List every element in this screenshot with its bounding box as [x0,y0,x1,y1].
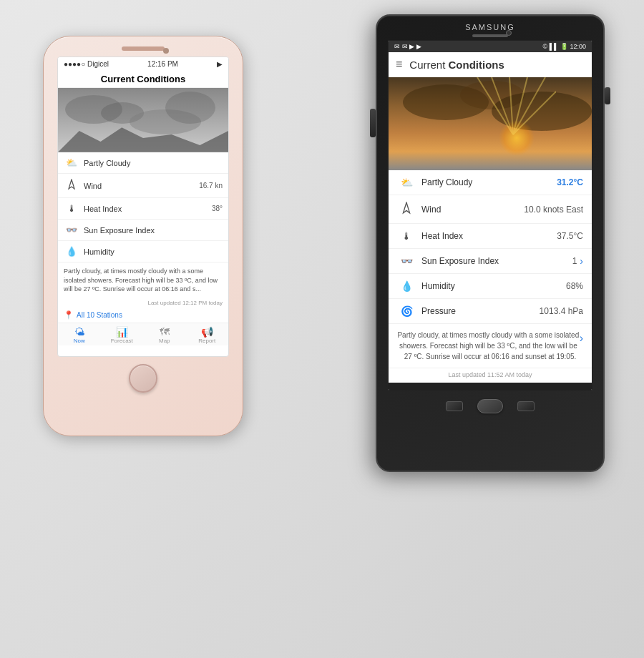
nav-map[interactable]: 🗺 Map [143,323,186,345]
samsung-recent-btn[interactable] [517,401,535,411]
wind-value: 16.7 kn [199,182,223,190]
home-button[interactable]: ○ [488,389,495,391]
nav-forecast[interactable]: 📊 Forecast [101,323,144,345]
heat-index-label: Heat Index [84,205,212,213]
iphone-body: ●●●●○ Digicel 12:16 PM ▶ Current Conditi… [43,36,243,436]
svg-line-5 [513,77,527,134]
iphone-stations-row: 📍 All 10 Stations [58,308,228,323]
forecast-icon: 📊 [101,326,144,338]
samsung-power-button[interactable] [605,87,610,104]
samsung-row-pressure: 🌀 Pressure 1013.4 hPa [389,299,592,324]
samsung-weather-list: ⛅ Partly Cloudy 31.2°C Wind 10.0 knots E… [389,170,592,324]
samsung-camera [506,30,512,36]
samsung-volume-button[interactable] [370,109,376,137]
iphone-updated: Last updated 12:12 PM today [58,298,228,308]
samsung-wind-icon [397,202,416,217]
condition-label: Partly Cloudy [84,159,223,167]
wind-icon [64,179,79,192]
iphone-weather-list: ⛅ Partly Cloudy Wind 16.7 kn 🌡 Heat Inde… [58,152,228,262]
iphone-weather-image [58,88,228,152]
chevron-right-icon: › [580,255,583,267]
iphone-speaker [122,46,165,51]
report-icon: 📢 [186,326,229,338]
stations-link[interactable]: All 10 Stations [77,311,122,319]
samsung-status-icons: ✉ ✉ ▶ ▶ [394,43,421,50]
iphone-row-condition: ⛅ Partly Cloudy [58,152,228,174]
samsung-updated: Last updated 11:52 AM today [389,368,592,383]
svg-line-6 [513,77,545,134]
samsung-pressure-value: 1013.4 hPa [540,306,583,316]
iphone-signal: ●●●●○ Digicel [64,60,109,68]
samsung-device: SAMSUNG ✉ ✉ ▶ ▶ © ▌▌ 🔋 12:00 ≡ Current C… [376,14,605,472]
samsung-speaker [472,34,508,37]
samsung-body: SAMSUNG ✉ ✉ ▶ ▶ © ▌▌ 🔋 12:00 ≡ Current C… [376,14,605,472]
samsung-row-sun[interactable]: 👓 Sun Exposure Index 1 › [389,249,592,274]
samsung-physical-home[interactable] [477,399,503,413]
nav-now[interactable]: 🌤 Now [58,323,101,345]
samsung-cloudy-icon: ⛅ [397,177,416,188]
heat-index-value: 38° [212,205,223,212]
samsung-time: © ▌▌ 🔋 12:00 [543,43,586,50]
iphone-camera [163,48,169,54]
wind-label: Wind [84,182,199,190]
svg-line-7 [513,92,556,134]
back-button[interactable]: ◁ [419,388,427,391]
forecast-link-icon[interactable]: › [580,330,583,347]
sun-icon: 👓 [64,225,79,235]
iphone-device: ●●●●○ Digicel 12:16 PM ▶ Current Conditi… [43,36,243,436]
nav-report-label: Report [198,338,215,344]
now-icon: 🌤 [58,326,101,338]
recents-button[interactable]: □ [556,389,563,391]
iphone-time: 12:16 PM [147,60,178,68]
samsung-humidity-value: 68% [566,281,583,291]
iphone-status-bar: ●●●●○ Digicel 12:16 PM ▶ [58,57,228,71]
samsung-wind-label: Wind [421,205,524,215]
iphone-row-humidity: 💧 Humidity [58,241,228,262]
samsung-app-bar: ≡ Current Conditions [389,52,592,77]
samsung-row-humidity: 💧 Humidity 68% [389,274,592,299]
map-icon: 🗺 [143,326,186,338]
samsung-nav-bar: ◁ ○ □ [389,383,592,391]
samsung-condition-label: Partly Cloudy [421,177,557,187]
samsung-forecast: › Partly cloudy, at times mostly cloudy … [389,324,592,368]
samsung-condition-value: 31.2°C [557,177,583,187]
iphone-row-wind: Wind 16.7 kn [58,174,228,198]
iphone-title: Current Conditions [58,71,228,88]
samsung-pressure-icon: 🌀 [397,305,416,317]
samsung-sun-value: 1 [572,256,577,266]
samsung-sun-icon: 👓 [397,255,416,267]
samsung-bottom-area [377,393,603,419]
samsung-humidity-label: Humidity [421,281,566,291]
iphone-row-heat: 🌡 Heat Index 38° [58,198,228,220]
svg-marker-0 [58,127,228,152]
samsung-sun-label: Sun Exposure Index [421,256,572,266]
iphone-screen: ●●●●○ Digicel 12:16 PM ▶ Current Conditi… [57,57,229,357]
iphone-battery: ▶ [217,60,223,68]
samsung-row-wind: Wind 10.0 knots East [389,195,592,224]
partly-cloudy-icon: ⛅ [64,157,79,168]
samsung-wind-value: 10.0 knots East [524,205,583,215]
samsung-thermometer-icon: 🌡 [397,230,416,242]
samsung-weather-image [389,77,592,170]
nav-report[interactable]: 📢 Report [186,323,229,345]
samsung-humidity-icon: 💧 [397,280,416,292]
menu-icon[interactable]: ≡ [396,58,402,71]
nav-now-label: Now [74,338,85,344]
samsung-row-condition: ⛅ Partly Cloudy 31.2°C [389,170,592,195]
svg-marker-8 [404,202,410,213]
location-icon: 📍 [64,310,74,320]
sun-label: Sun Exposure Index [84,226,223,235]
samsung-home-strip [377,393,603,419]
svg-marker-1 [69,180,74,189]
samsung-back-btn[interactable] [446,401,463,411]
humidity-icon: 💧 [64,246,79,257]
iphone-row-sun: 👓 Sun Exposure Index [58,220,228,241]
samsung-pressure-label: Pressure [421,306,540,316]
iphone-home-button[interactable] [129,364,157,393]
iphone-bottom-nav: 🌤 Now 📊 Forecast 🗺 Map 📢 Report [58,323,228,345]
samsung-screen: ✉ ✉ ▶ ▶ © ▌▌ 🔋 12:00 ≡ Current Condition… [388,40,592,391]
samsung-heat-value: 37.5°C [557,231,583,241]
samsung-row-heat: 🌡 Heat Index 37.5°C [389,224,592,249]
thermometer-icon: 🌡 [64,203,79,214]
nav-forecast-label: Forecast [111,338,133,344]
